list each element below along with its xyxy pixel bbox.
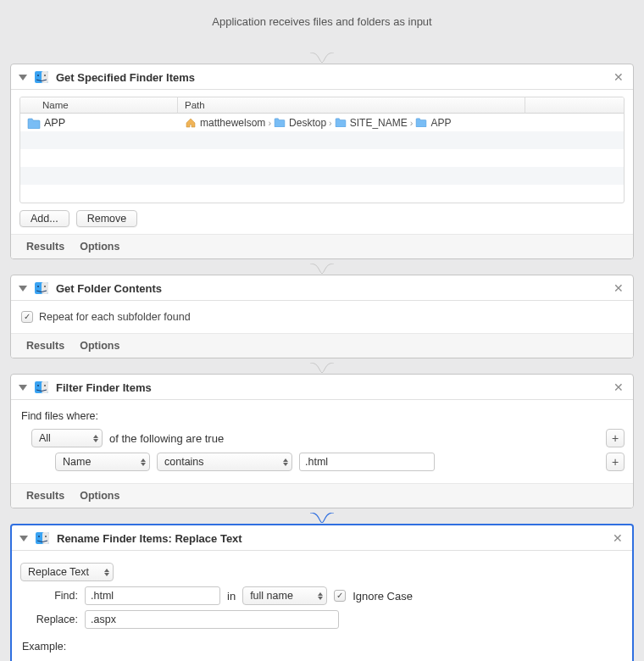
action-header[interactable]: Rename Finder Items: Replace Text ✕	[12, 525, 632, 551]
action-rename-finder-items: Rename Finder Items: Replace Text ✕ Repl…	[10, 524, 634, 661]
workflow-input-description: Application receives files and folders a…	[0, 0, 644, 53]
connector-notch	[310, 513, 334, 523]
in-label: in	[227, 590, 236, 603]
options-button[interactable]: Options	[80, 340, 119, 352]
action-header[interactable]: Get Folder Contents ✕	[11, 275, 633, 301]
ignore-case-checkbox[interactable]	[334, 590, 346, 602]
action-get-folder-contents: Get Folder Contents ✕ Repeat for each su…	[10, 275, 634, 358]
action-filter-finder-items: Filter Finder Items ✕ Find files where: …	[10, 374, 634, 508]
results-button[interactable]: Results	[26, 340, 64, 352]
column-header-name[interactable]: Name	[20, 97, 178, 114]
finder-icon	[34, 281, 49, 296]
replace-input[interactable]	[85, 610, 339, 629]
folder-icon	[415, 118, 428, 128]
connector-notch	[310, 53, 334, 63]
disclosure-triangle[interactable]	[19, 75, 27, 81]
action-title: Get Folder Contents	[56, 282, 162, 295]
svg-point-6	[37, 286, 39, 287]
find-label: Find:	[20, 590, 78, 602]
disclosure-triangle[interactable]	[19, 536, 28, 542]
field-select[interactable]: Name	[55, 453, 150, 471]
repeat-subfolders-checkbox[interactable]	[21, 311, 33, 323]
home-icon	[185, 118, 197, 128]
options-button[interactable]: Options	[80, 490, 119, 502]
finder-icon	[35, 530, 50, 546]
svg-point-2	[37, 75, 39, 76]
svg-point-7	[44, 286, 46, 287]
close-icon[interactable]: ✕	[613, 70, 625, 84]
connector-notch	[310, 264, 334, 274]
table-row[interactable]	[20, 167, 624, 185]
folder-icon	[27, 118, 40, 128]
replace-label: Replace:	[20, 614, 78, 625]
ignore-case-label: Ignore Case	[353, 590, 413, 603]
options-button[interactable]: Options	[80, 241, 119, 253]
finder-items-table: Name Path APP matthewelsom ›	[19, 97, 625, 203]
add-button[interactable]: Add...	[19, 210, 69, 227]
svg-point-10	[37, 385, 39, 386]
svg-point-14	[38, 536, 40, 537]
action-header[interactable]: Filter Finder Items ✕	[11, 375, 633, 400]
example-label: Example:	[22, 641, 622, 653]
close-icon[interactable]: ✕	[613, 281, 625, 295]
table-row[interactable]	[20, 131, 624, 149]
combinator-suffix: of the following are true	[109, 432, 224, 445]
combinator-select[interactable]: All	[31, 429, 103, 447]
results-button[interactable]: Results	[26, 490, 64, 502]
disclosure-triangle[interactable]	[19, 286, 27, 292]
find-where-label: Find files where:	[21, 410, 623, 422]
connector-notch	[310, 363, 334, 373]
table-row[interactable]: APP matthewelsom › Desktop › SITE_NAME ›…	[20, 114, 624, 131]
table-row[interactable]	[20, 149, 624, 167]
action-title: Filter Finder Items	[56, 381, 152, 394]
remove-button[interactable]: Remove	[76, 210, 138, 227]
repeat-subfolders-label: Repeat for each subfolder found	[39, 311, 191, 323]
action-title: Rename Finder Items: Replace Text	[57, 532, 242, 545]
rename-mode-select[interactable]: Replace Text	[20, 563, 114, 581]
add-rule-button[interactable]: +	[606, 453, 625, 471]
svg-point-11	[44, 385, 46, 386]
close-icon[interactable]: ✕	[612, 531, 624, 545]
item-name: APP	[44, 117, 65, 129]
disclosure-triangle[interactable]	[19, 385, 27, 391]
results-button[interactable]: Results	[26, 241, 64, 253]
svg-point-3	[44, 75, 46, 76]
column-header-path[interactable]: Path	[178, 97, 525, 114]
table-row[interactable]	[20, 185, 624, 203]
folder-icon	[335, 118, 347, 128]
action-header[interactable]: Get Specified Finder Items ✕	[11, 64, 633, 90]
action-get-specified-finder-items: Get Specified Finder Items ✕ Name Path A…	[10, 64, 634, 259]
breadcrumb: matthewelsom › Desktop › SITE_NAME › APP	[185, 117, 451, 129]
find-input[interactable]	[85, 586, 220, 605]
action-title: Get Specified Finder Items	[56, 71, 195, 84]
folder-icon	[274, 118, 286, 128]
in-select[interactable]: full name	[242, 586, 327, 605]
operator-select[interactable]: contains	[157, 453, 292, 471]
column-header-spacer	[525, 97, 624, 114]
svg-point-15	[45, 536, 47, 537]
add-rule-group-button[interactable]: +	[606, 429, 625, 447]
close-icon[interactable]: ✕	[613, 380, 625, 394]
finder-icon	[34, 69, 49, 85]
finder-icon	[34, 380, 49, 395]
value-input[interactable]	[299, 453, 435, 471]
